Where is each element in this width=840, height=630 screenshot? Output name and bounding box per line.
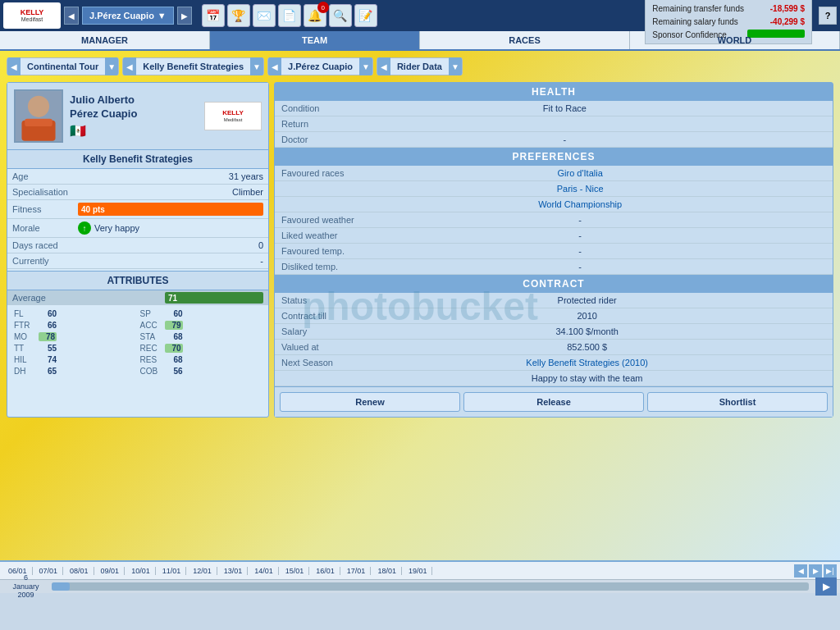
tl-date-6: 12/01 bbox=[188, 567, 217, 575]
avg-label: Average bbox=[12, 293, 165, 303]
bottom-area: 06/01 07/01 08/01 09/01 10/01 11/01 12/0… bbox=[0, 560, 840, 601]
calendar-icon[interactable]: 📅 bbox=[202, 4, 225, 27]
health-return: Return bbox=[275, 116, 833, 132]
player-nav-next[interactable]: ▶ bbox=[177, 7, 192, 25]
bc-view-right[interactable]: ▼ bbox=[449, 57, 462, 75]
contract-valued: Valued at 852.500 $ bbox=[275, 340, 833, 355]
bc-right-arrow[interactable]: ▼ bbox=[105, 57, 118, 75]
pref-temp-fav: Favoured temp. - bbox=[275, 244, 833, 259]
timeline-next-btn[interactable]: ▶ bbox=[809, 564, 822, 578]
dropdown-icon: ▼ bbox=[158, 11, 167, 21]
bc-left-arrow[interactable]: ◀ bbox=[7, 57, 21, 75]
logo-text: KELLY bbox=[21, 9, 44, 17]
team-logo: KELLY Medifast bbox=[204, 102, 262, 130]
pref-weather-fav: Favoured weather - bbox=[275, 212, 833, 228]
bc-rider: ◀ J.Pérez Cuapio ▼ bbox=[267, 57, 373, 75]
bc-team-left[interactable]: ◀ bbox=[123, 57, 136, 75]
bc-rider-right[interactable]: ▼ bbox=[359, 57, 372, 75]
pref-weather-liked: Liked weather - bbox=[275, 228, 833, 244]
logo-sub: Medifast bbox=[21, 16, 43, 22]
nav-bar: MANAGER TEAM RACES WORLD bbox=[0, 31, 840, 51]
stat-fitness: Fitness 40 pts bbox=[7, 200, 268, 219]
player-name-label: J.Pérez Cuapio bbox=[89, 11, 154, 21]
tl-date-7: 13/01 bbox=[219, 567, 249, 575]
bc-continental-tour: ◀ Continental Tour ▼ bbox=[7, 57, 119, 75]
stat-days-raced: Days raced 0 bbox=[7, 238, 268, 253]
attr-sp: SP 60 bbox=[139, 308, 264, 319]
contract-table: Status Protected rider Contract till 201… bbox=[275, 293, 833, 386]
left-panel: Julio Alberto Pérez Cuapio 🇲🇽 KELLY Medi… bbox=[7, 82, 269, 418]
tl-date-4: 10/01 bbox=[126, 567, 156, 575]
nav-manager[interactable]: MANAGER bbox=[0, 31, 210, 49]
play-button[interactable]: ▶ bbox=[815, 578, 837, 596]
attr-acc: ACC 79 bbox=[139, 320, 264, 331]
release-button[interactable]: Release bbox=[463, 392, 644, 412]
bc-label-tour: Continental Tour bbox=[21, 62, 105, 71]
bc-label-view: Rider Data bbox=[390, 62, 449, 71]
attr-grid: FL 60 SP 60 FTR 66 ACC 79 MO 78 bbox=[7, 305, 268, 380]
contract-status: Status Protected rider bbox=[275, 293, 833, 308]
logo: KELLY Medifast bbox=[3, 2, 61, 29]
bc-team: ◀ Kelly Benefit Strategies ▼ bbox=[122, 57, 264, 75]
contract-buttons: Renew Release Shortlist bbox=[275, 386, 833, 417]
attr-sta: STA 68 bbox=[139, 331, 264, 342]
pref-race-1: Favoured races Giro d'Italia bbox=[275, 166, 833, 181]
stat-specialisation: Specialisation Climber bbox=[7, 185, 268, 200]
player-name-button[interactable]: J.Pérez Cuapio ▼ bbox=[82, 7, 174, 25]
document-icon[interactable]: 📄 bbox=[278, 4, 301, 27]
alert-icon[interactable]: 🔔 0 bbox=[304, 4, 326, 27]
breadcrumb: ◀ Continental Tour ▼ ◀ Kelly Benefit Str… bbox=[7, 57, 833, 75]
timeline: 06/01 07/01 08/01 09/01 10/01 11/01 12/0… bbox=[0, 562, 840, 580]
attr-dh: DH 65 bbox=[12, 366, 138, 377]
remaining-salary-value: -40,299 $ bbox=[746, 16, 806, 29]
bc-team-right[interactable]: ▼ bbox=[250, 57, 263, 75]
contract-next-season: Next Season Kelly Benefit Strategies (20… bbox=[275, 355, 833, 371]
bc-label-rider: J.Pérez Cuapio bbox=[281, 62, 359, 71]
attr-tt: TT 55 bbox=[12, 343, 138, 354]
envelope-icon[interactable]: ✉️ bbox=[253, 4, 276, 27]
nav-world[interactable]: WORLD bbox=[630, 31, 840, 49]
scrollbar[interactable] bbox=[52, 582, 809, 591]
avg-bar: Average 71 bbox=[7, 290, 268, 305]
alert-badge: 0 bbox=[317, 2, 329, 13]
rider-name: Julio Alberto Pérez Cuapio bbox=[70, 94, 198, 121]
notes-icon[interactable]: 📝 bbox=[354, 4, 377, 27]
tl-date-12: 18/01 bbox=[372, 567, 402, 575]
timeline-prev-btn[interactable]: ◀ bbox=[794, 564, 807, 578]
trophy-icon[interactable]: 🏆 bbox=[227, 4, 250, 27]
shortlist-button[interactable]: Shortlist bbox=[647, 392, 828, 412]
help-button[interactable]: ? bbox=[819, 7, 837, 25]
attr-fl: FL 60 bbox=[12, 308, 138, 319]
rider-photo bbox=[14, 89, 63, 143]
scrollbar-thumb[interactable] bbox=[52, 582, 70, 591]
fitness-bar: 40 pts bbox=[78, 203, 263, 216]
attributes-header: ATTRIBUTES bbox=[7, 271, 268, 290]
remaining-transfer-label: Remaining transfer funds bbox=[651, 2, 746, 16]
contract-header: CONTRACT bbox=[275, 275, 833, 293]
remaining-transfer-value: -18,599 $ bbox=[746, 2, 806, 16]
bc-view: ◀ Rider Data ▼ bbox=[377, 57, 463, 75]
preferences-table: Favoured races Giro d'Italia Paris - Nic… bbox=[275, 166, 833, 275]
timeline-end-btn[interactable]: ▶| bbox=[824, 564, 837, 578]
player-nav-prev[interactable]: ◀ bbox=[64, 7, 79, 25]
team-logo-sub: Medifast bbox=[224, 117, 243, 122]
top-icons: 📅 🏆 ✉️ 📄 🔔 0 🔍 📝 bbox=[202, 4, 377, 27]
nav-races[interactable]: RACES bbox=[420, 31, 630, 49]
attr-hil: HIL 74 bbox=[12, 354, 138, 365]
attr-cob: COB 56 bbox=[139, 366, 264, 377]
morale-cell: ↑ Very happy bbox=[78, 221, 263, 235]
search-icon[interactable]: 🔍 bbox=[329, 4, 352, 27]
morale-icon: ↑ bbox=[78, 221, 91, 235]
tl-date-11: 17/01 bbox=[342, 567, 372, 575]
top-bar: KELLY Medifast ◀ J.Pérez Cuapio ▼ ▶ 📅 🏆 … bbox=[0, 0, 840, 31]
renew-button[interactable]: Renew bbox=[280, 392, 460, 412]
bc-rider-left[interactable]: ◀ bbox=[268, 57, 281, 75]
attr-mo: MO 78 bbox=[12, 331, 138, 342]
scrollbar-row: 6 January 2009 ▶ bbox=[0, 580, 840, 593]
contract-till: Contract till 2010 bbox=[275, 308, 833, 324]
health-condition: Condition Fit to Race bbox=[275, 101, 833, 116]
rider-flag: 🇲🇽 bbox=[70, 123, 198, 139]
nav-team[interactable]: TEAM bbox=[210, 31, 420, 49]
bc-view-left[interactable]: ◀ bbox=[377, 57, 390, 75]
team-logo-text: KELLY bbox=[222, 110, 244, 117]
